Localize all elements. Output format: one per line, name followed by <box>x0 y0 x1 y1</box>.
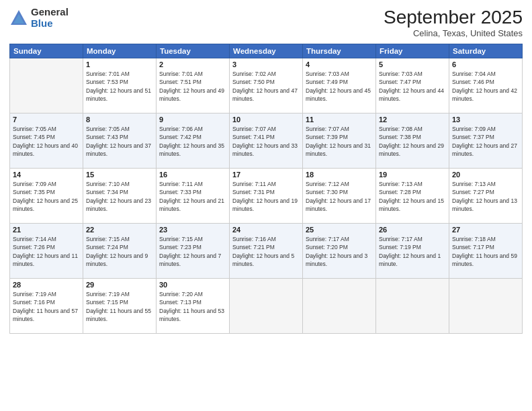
day-number: 9 <box>159 116 226 124</box>
day-number: 3 <box>232 60 300 68</box>
day-number: 1 <box>86 60 153 68</box>
month-title: September 2025 <box>384 7 523 28</box>
day-number: 11 <box>306 116 373 124</box>
calendar-header-thursday: Thursday <box>303 44 376 58</box>
calendar-week-row: 21Sunrise: 7:14 AMSunset: 7:26 PMDayligh… <box>10 224 523 279</box>
calendar-day-cell: 7Sunrise: 7:05 AMSunset: 7:45 PMDaylight… <box>10 113 83 169</box>
day-info: Sunrise: 7:13 AMSunset: 7:28 PMDaylight:… <box>379 180 446 213</box>
logo-text: General Blue <box>31 7 69 29</box>
day-number: 13 <box>452 116 519 124</box>
calendar-header-wednesday: Wednesday <box>230 44 303 58</box>
day-info: Sunrise: 7:01 AMSunset: 7:51 PMDaylight:… <box>159 70 226 103</box>
calendar-header-row: SundayMondayTuesdayWednesdayThursdayFrid… <box>10 44 523 58</box>
day-info: Sunrise: 7:18 AMSunset: 7:17 PMDaylight:… <box>452 235 519 268</box>
day-number: 22 <box>86 226 153 234</box>
calendar-day-cell: 14Sunrise: 7:09 AMSunset: 7:35 PMDayligh… <box>10 169 83 224</box>
day-info: Sunrise: 7:12 AMSunset: 7:30 PMDaylight:… <box>306 180 373 213</box>
day-info: Sunrise: 7:16 AMSunset: 7:21 PMDaylight:… <box>232 235 300 268</box>
day-number: 15 <box>86 171 153 179</box>
calendar-day-cell: 8Sunrise: 7:05 AMSunset: 7:43 PMDaylight… <box>83 113 157 169</box>
calendar-header-saturday: Saturday <box>449 44 523 58</box>
calendar-header-tuesday: Tuesday <box>157 44 230 58</box>
day-info: Sunrise: 7:09 AMSunset: 7:37 PMDaylight:… <box>452 125 519 158</box>
calendar-day-cell: 20Sunrise: 7:13 AMSunset: 7:27 PMDayligh… <box>449 169 523 224</box>
logo: General Blue <box>9 7 69 29</box>
day-number: 17 <box>232 171 300 179</box>
calendar-header-friday: Friday <box>376 44 449 58</box>
day-number: 14 <box>13 171 80 179</box>
day-info: Sunrise: 7:08 AMSunset: 7:38 PMDaylight:… <box>379 125 446 158</box>
day-number: 10 <box>232 116 300 124</box>
calendar-day-cell <box>376 279 449 334</box>
location-text: Celina, Texas, United States <box>384 28 523 38</box>
calendar-day-cell: 19Sunrise: 7:13 AMSunset: 7:28 PMDayligh… <box>376 169 449 224</box>
day-info: Sunrise: 7:19 AMSunset: 7:15 PMDaylight:… <box>86 290 153 323</box>
calendar-day-cell <box>10 58 83 113</box>
calendar-week-row: 14Sunrise: 7:09 AMSunset: 7:35 PMDayligh… <box>10 169 523 224</box>
calendar-day-cell <box>303 279 376 334</box>
day-info: Sunrise: 7:05 AMSunset: 7:45 PMDaylight:… <box>13 125 80 158</box>
page-container: General Blue September 2025 Celina, Texa… <box>0 0 532 339</box>
calendar-day-cell: 10Sunrise: 7:07 AMSunset: 7:41 PMDayligh… <box>230 113 303 169</box>
title-block: September 2025 Celina, Texas, United Sta… <box>384 7 523 38</box>
calendar-day-cell: 11Sunrise: 7:07 AMSunset: 7:39 PMDayligh… <box>303 113 376 169</box>
day-info: Sunrise: 7:03 AMSunset: 7:49 PMDaylight:… <box>306 70 373 103</box>
logo-general-text: General <box>31 7 69 18</box>
calendar-day-cell: 3Sunrise: 7:02 AMSunset: 7:50 PMDaylight… <box>230 58 303 113</box>
day-info: Sunrise: 7:19 AMSunset: 7:16 PMDaylight:… <box>13 290 80 323</box>
day-info: Sunrise: 7:14 AMSunset: 7:26 PMDaylight:… <box>13 235 80 268</box>
day-number: 4 <box>306 60 373 68</box>
day-info: Sunrise: 7:11 AMSunset: 7:33 PMDaylight:… <box>159 180 226 213</box>
day-info: Sunrise: 7:10 AMSunset: 7:34 PMDaylight:… <box>86 180 153 213</box>
day-number: 18 <box>306 171 373 179</box>
calendar-day-cell: 6Sunrise: 7:04 AMSunset: 7:46 PMDaylight… <box>449 58 523 113</box>
day-number: 21 <box>13 226 80 234</box>
calendar-day-cell: 27Sunrise: 7:18 AMSunset: 7:17 PMDayligh… <box>449 224 523 279</box>
calendar-day-cell: 4Sunrise: 7:03 AMSunset: 7:49 PMDaylight… <box>303 58 376 113</box>
calendar-header-sunday: Sunday <box>10 44 83 58</box>
day-number: 23 <box>159 226 226 234</box>
logo-icon <box>9 9 28 28</box>
calendar-day-cell: 17Sunrise: 7:11 AMSunset: 7:31 PMDayligh… <box>230 169 303 224</box>
day-number: 12 <box>379 116 446 124</box>
calendar-day-cell: 1Sunrise: 7:01 AMSunset: 7:53 PMDaylight… <box>83 58 157 113</box>
calendar-day-cell: 22Sunrise: 7:15 AMSunset: 7:24 PMDayligh… <box>83 224 157 279</box>
calendar-day-cell: 12Sunrise: 7:08 AMSunset: 7:38 PMDayligh… <box>376 113 449 169</box>
day-number: 5 <box>379 60 446 68</box>
day-number: 2 <box>159 60 226 68</box>
day-info: Sunrise: 7:11 AMSunset: 7:31 PMDaylight:… <box>232 180 300 213</box>
calendar-day-cell: 15Sunrise: 7:10 AMSunset: 7:34 PMDayligh… <box>83 169 157 224</box>
day-number: 26 <box>379 226 446 234</box>
day-info: Sunrise: 7:17 AMSunset: 7:19 PMDaylight:… <box>379 235 446 268</box>
calendar-day-cell: 21Sunrise: 7:14 AMSunset: 7:26 PMDayligh… <box>10 224 83 279</box>
logo-blue-text: Blue <box>31 18 69 30</box>
calendar-day-cell: 25Sunrise: 7:17 AMSunset: 7:20 PMDayligh… <box>303 224 376 279</box>
calendar-day-cell: 29Sunrise: 7:19 AMSunset: 7:15 PMDayligh… <box>83 279 157 334</box>
calendar-day-cell: 2Sunrise: 7:01 AMSunset: 7:51 PMDaylight… <box>157 58 230 113</box>
calendar-day-cell: 5Sunrise: 7:03 AMSunset: 7:47 PMDaylight… <box>376 58 449 113</box>
day-number: 29 <box>86 281 153 289</box>
day-info: Sunrise: 7:15 AMSunset: 7:23 PMDaylight:… <box>159 235 226 268</box>
day-info: Sunrise: 7:03 AMSunset: 7:47 PMDaylight:… <box>379 70 446 103</box>
calendar-day-cell: 24Sunrise: 7:16 AMSunset: 7:21 PMDayligh… <box>230 224 303 279</box>
calendar-day-cell: 13Sunrise: 7:09 AMSunset: 7:37 PMDayligh… <box>449 113 523 169</box>
calendar-day-cell: 26Sunrise: 7:17 AMSunset: 7:19 PMDayligh… <box>376 224 449 279</box>
day-info: Sunrise: 7:06 AMSunset: 7:42 PMDaylight:… <box>159 125 226 158</box>
calendar-day-cell <box>230 279 303 334</box>
day-number: 7 <box>13 116 80 124</box>
day-number: 28 <box>13 281 80 289</box>
calendar-day-cell: 23Sunrise: 7:15 AMSunset: 7:23 PMDayligh… <box>157 224 230 279</box>
day-info: Sunrise: 7:04 AMSunset: 7:46 PMDaylight:… <box>452 70 519 103</box>
calendar-week-row: 1Sunrise: 7:01 AMSunset: 7:53 PMDaylight… <box>10 58 523 113</box>
header: General Blue September 2025 Celina, Texa… <box>9 7 523 38</box>
day-number: 20 <box>452 171 519 179</box>
day-number: 30 <box>159 281 226 289</box>
day-info: Sunrise: 7:13 AMSunset: 7:27 PMDaylight:… <box>452 180 519 213</box>
calendar-day-cell: 30Sunrise: 7:20 AMSunset: 7:13 PMDayligh… <box>157 279 230 334</box>
day-number: 8 <box>86 116 153 124</box>
day-info: Sunrise: 7:15 AMSunset: 7:24 PMDaylight:… <box>86 235 153 268</box>
day-info: Sunrise: 7:02 AMSunset: 7:50 PMDaylight:… <box>232 70 300 103</box>
day-info: Sunrise: 7:05 AMSunset: 7:43 PMDaylight:… <box>86 125 153 158</box>
calendar-header-monday: Monday <box>83 44 157 58</box>
calendar-week-row: 28Sunrise: 7:19 AMSunset: 7:16 PMDayligh… <box>10 279 523 334</box>
